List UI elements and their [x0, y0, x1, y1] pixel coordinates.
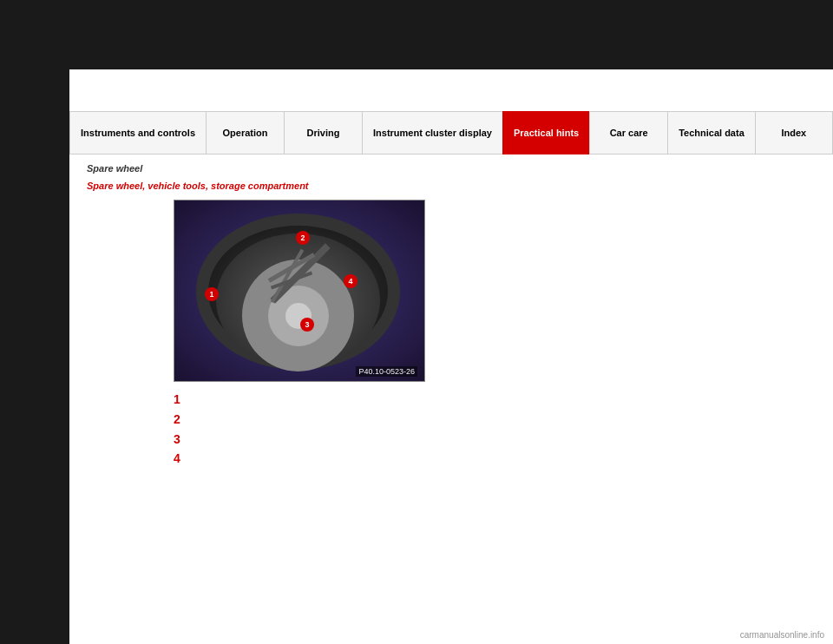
nav-item-practical-hints[interactable]: Practical hints [502, 111, 589, 154]
nav-item-car-care[interactable]: Car care [589, 111, 667, 154]
navigation-bar: Instruments and controls Operation Drivi… [69, 111, 833, 154]
marker-2: 2 [296, 231, 310, 245]
watermark: carmanualsonline.info [740, 630, 824, 640]
subsection-title: Spare wheel, vehicle tools, storage comp… [87, 181, 816, 191]
marker-1: 1 [205, 287, 219, 301]
body-content: Spare wheel Spare wheel, vehicle tools, … [69, 154, 833, 644]
spare-wheel-visual: 1 2 3 4 P40.10-0523-26 [174, 200, 424, 381]
nav-item-operation[interactable]: Operation [206, 111, 284, 154]
nav-item-driving[interactable]: Driving [284, 111, 362, 154]
item-number-4: 4 [174, 451, 191, 466]
marker-4: 4 [344, 274, 357, 288]
spare-wheel-image: 1 2 3 4 P40.10-0523-26 [174, 200, 425, 382]
marker-3: 3 [300, 318, 314, 332]
item-number-1: 1 [174, 392, 191, 407]
list-item: 1 [174, 392, 816, 407]
left-sidebar [0, 0, 69, 644]
item-number-2: 2 [174, 412, 191, 427]
item-list: 1 2 3 4 [174, 392, 816, 466]
item-number-3: 3 [174, 432, 191, 447]
nav-item-technical-data[interactable]: Technical data [667, 111, 755, 154]
list-item: 3 [174, 432, 816, 447]
image-label: P40.10-0523-26 [356, 366, 417, 377]
nav-item-index[interactable]: Index [755, 111, 833, 154]
section-title: Spare wheel [87, 163, 816, 174]
list-item: 2 [174, 412, 816, 427]
nav-item-instruments[interactable]: Instruments and controls [69, 111, 206, 154]
list-item: 4 [174, 451, 816, 466]
nav-item-instrument-cluster[interactable]: Instrument cluster display [362, 111, 502, 154]
